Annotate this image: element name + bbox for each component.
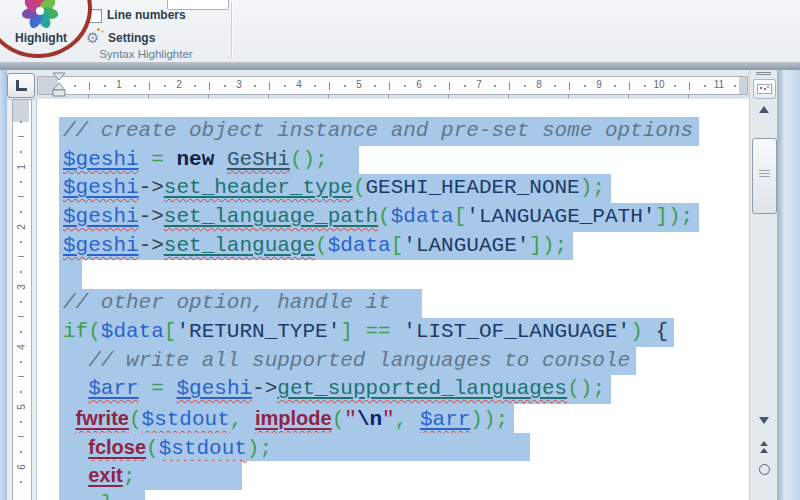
ruler-tick [134, 85, 136, 87]
ruler-tick [284, 85, 286, 87]
ruler-tick [344, 85, 346, 87]
code-token [63, 349, 88, 372]
code-token: $geshi [63, 205, 139, 228]
code-token [139, 148, 152, 171]
ruler-tick [569, 82, 570, 90]
line-numbers-checkbox[interactable] [88, 9, 102, 23]
ruler-tick [689, 82, 690, 90]
selection-highlight: if($data['RETURN_TYPE'] == 'LIST_OF_LANG… [59, 318, 674, 347]
ruler-tick [104, 85, 106, 87]
code-token: ( [315, 234, 328, 257]
document-page[interactable]: // create object instance and pre-set so… [36, 99, 750, 500]
ruler-tick [434, 85, 436, 87]
scroll-down-button[interactable] [752, 410, 776, 430]
ruler-number: 8 [533, 79, 545, 90]
code-token: $stdout [142, 408, 230, 431]
code-token: ]); [655, 205, 693, 228]
ruler-tick [18, 436, 24, 437]
ruler-tick [734, 85, 736, 87]
code-token: -> [252, 377, 277, 400]
code-line: $geshi->set_language_path($data['LANGUAG… [59, 203, 699, 232]
ruler-tick [74, 85, 76, 87]
ruler-toggle-button[interactable] [753, 79, 776, 99]
code-token [328, 148, 353, 171]
code-token [63, 437, 88, 460]
selection-highlight: // create object instance and pre-set so… [59, 117, 699, 146]
code-line: $geshi->set_header_type(GESHI_HEADER_NON… [59, 174, 699, 203]
indent-markers-icon[interactable] [51, 72, 67, 98]
code-token: ]); [529, 234, 567, 257]
previous-page-button[interactable] [752, 438, 776, 456]
code-token: GeSHi [227, 148, 290, 171]
ruler-number: 5 [353, 79, 365, 90]
ruler-tick [704, 85, 706, 87]
selection-highlight: $arr = $geshi->get_supported_languages()… [59, 375, 611, 404]
code-token: ( [332, 408, 345, 431]
ruler-tick [18, 196, 24, 197]
tab-stop-L-icon [16, 80, 27, 91]
ruler-tick [20, 481, 22, 483]
code-token: = [151, 148, 164, 171]
ruler-tick [20, 121, 22, 123]
code-block[interactable]: // create object instance and pre-set so… [59, 117, 699, 500]
code-line: if($data['RETURN_TYPE'] == 'LIST_OF_LANG… [59, 318, 699, 347]
code-token: set_language [164, 234, 315, 257]
ruler-subtick [388, 94, 389, 98]
tab-selector-button[interactable] [7, 73, 35, 98]
ruler-margin-right [739, 77, 747, 94]
selection-highlight: // write all supported languages to cons… [59, 347, 636, 376]
code-token: , [230, 408, 243, 431]
ruler-number: 7 [473, 79, 485, 90]
ruler-subtick [148, 94, 149, 98]
code-token: ; [123, 465, 136, 488]
ribbon-group-label: Syntax Highlighter [60, 48, 232, 60]
ruler-number: 4 [293, 79, 305, 90]
scrollbar-thumb[interactable] [752, 138, 777, 214]
browse-object-button[interactable] [759, 464, 770, 475]
horizontal-ruler[interactable]: 1234567891011 [37, 76, 748, 95]
ruler-number: 5 [16, 400, 28, 414]
ruler-tick [374, 85, 376, 87]
ruler-tick [224, 85, 226, 87]
code-token: \n [357, 408, 382, 431]
highlight-button-label: Highlight [2, 31, 80, 45]
ruler-tick [20, 301, 22, 303]
code-token [407, 408, 420, 431]
ribbon-group-divider [231, 2, 232, 58]
code-token: $geshi [63, 176, 139, 199]
code-token: $arr [88, 377, 138, 400]
vertical-scrollbar[interactable] [749, 70, 778, 500]
ruler-tick [194, 85, 196, 87]
code-token: -> [139, 205, 164, 228]
code-token: $arr [420, 408, 470, 431]
ruler-number: 10 [653, 79, 665, 90]
code-token [391, 291, 416, 314]
ruler-tick [20, 391, 22, 393]
ruler-tick [314, 85, 316, 87]
ruler-tick [464, 85, 466, 87]
code-token: set_language_path [164, 205, 378, 228]
code-token [643, 320, 656, 343]
line-numbers-label: Line numbers [107, 8, 186, 22]
ruler-subtick [328, 94, 329, 98]
document-area: 1234567891011 123456 // create object in… [0, 70, 800, 500]
ruler-tick [449, 82, 450, 90]
ruler-number: 4 [16, 340, 28, 354]
ruler-number: 2 [173, 79, 185, 90]
word-window: Highlight Line numbers ⚙ Settings Syntax… [0, 0, 800, 500]
code-token [164, 148, 177, 171]
ruler-tick [20, 181, 22, 183]
scroll-up-button[interactable] [752, 99, 776, 119]
ruler-subtick [688, 94, 689, 98]
selection-highlight: fwrite($stdout, implode("\n", $arr)); [59, 404, 514, 433]
code-token: $geshi [176, 377, 252, 400]
code-token: set_header_type [164, 176, 353, 199]
code-line: $arr = $geshi->get_supported_languages()… [59, 375, 699, 404]
code-token: (); [567, 377, 605, 400]
vertical-ruler[interactable]: 123456 [12, 99, 32, 500]
code-token: ); [247, 437, 272, 460]
selection-highlight: $geshi->set_header_type(GESHI_HEADER_NON… [59, 174, 611, 203]
ruler-tick [20, 241, 22, 243]
split-handle[interactable] [754, 71, 773, 77]
code-token: $geshi [63, 234, 139, 257]
